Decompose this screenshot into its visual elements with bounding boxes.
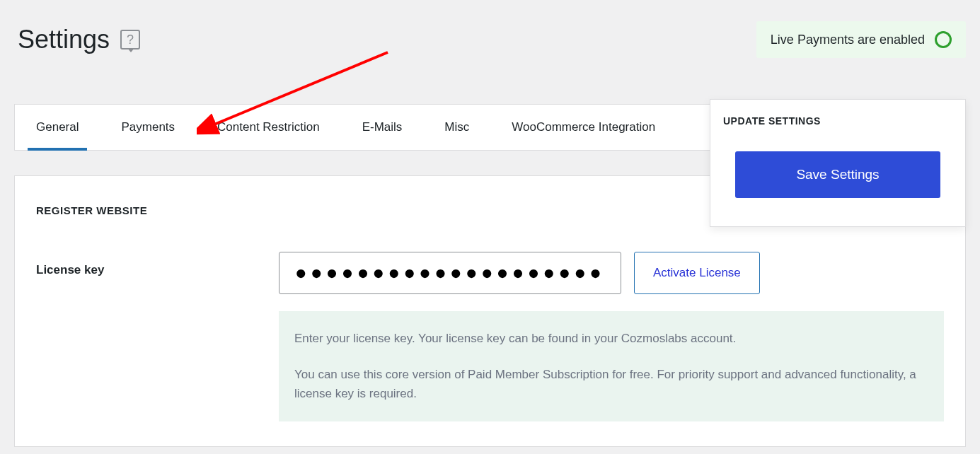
update-settings-panel: UPDATE SETTINGS Save Settings xyxy=(710,99,966,227)
license-row: License key Activate License Enter your … xyxy=(36,252,944,421)
hint-text-2: You can use this core version of Paid Me… xyxy=(294,365,928,403)
page-title: Settings xyxy=(18,25,110,54)
license-input-row: Activate License xyxy=(279,252,944,294)
status-text: Live Payments are enabled xyxy=(771,33,925,47)
tab-general[interactable]: General xyxy=(15,105,100,150)
tab-misc[interactable]: Misc xyxy=(423,105,490,150)
status-badge: Live Payments are enabled xyxy=(756,21,966,58)
update-settings-heading: UPDATE SETTINGS xyxy=(710,100,965,127)
tab-payments[interactable]: Payments xyxy=(100,105,196,150)
save-settings-button[interactable]: Save Settings xyxy=(735,151,940,198)
tab-emails[interactable]: E-Mails xyxy=(341,105,424,150)
hint-text-1: Enter your license key. Your license key… xyxy=(294,329,928,348)
license-key-input[interactable] xyxy=(279,252,621,294)
tab-woocommerce[interactable]: WooCommerce Integration xyxy=(490,105,676,150)
license-hint-box: Enter your license key. Your license key… xyxy=(279,311,944,421)
status-circle-icon xyxy=(935,31,952,48)
help-icon[interactable]: ? xyxy=(120,30,140,50)
activate-license-button[interactable]: Activate License xyxy=(634,252,760,294)
tab-content-restriction[interactable]: Content Restriction xyxy=(196,105,341,150)
page-header: Settings ? Live Payments are enabled xyxy=(0,0,980,72)
update-settings-body: Save Settings xyxy=(710,127,965,226)
license-label: License key xyxy=(36,252,279,277)
header-left: Settings ? xyxy=(18,25,140,54)
license-controls: Activate License Enter your license key.… xyxy=(279,252,944,421)
